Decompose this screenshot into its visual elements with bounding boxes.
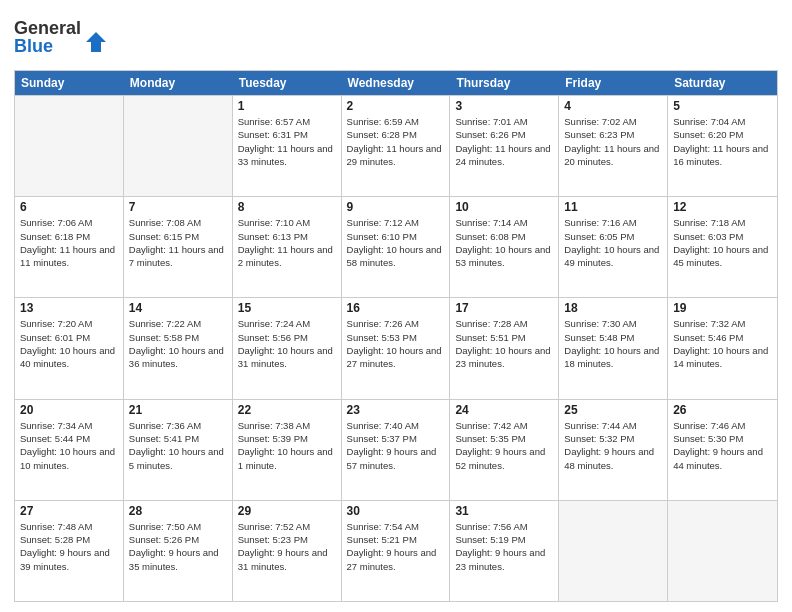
sunrise-text: Sunrise: 7:44 AM bbox=[564, 419, 662, 432]
day-number: 30 bbox=[347, 504, 445, 518]
cal-cell-3: 3Sunrise: 7:01 AMSunset: 6:26 PMDaylight… bbox=[450, 96, 559, 196]
day-number: 2 bbox=[347, 99, 445, 113]
daylight-text: Daylight: 10 hours and 58 minutes. bbox=[347, 243, 445, 270]
daylight-text: Daylight: 10 hours and 45 minutes. bbox=[673, 243, 772, 270]
day-number: 25 bbox=[564, 403, 662, 417]
cal-cell-30: 30Sunrise: 7:54 AMSunset: 5:21 PMDayligh… bbox=[342, 501, 451, 601]
sunset-text: Sunset: 5:51 PM bbox=[455, 331, 553, 344]
cal-cell-empty bbox=[124, 96, 233, 196]
sunset-text: Sunset: 5:41 PM bbox=[129, 432, 227, 445]
cal-cell-15: 15Sunrise: 7:24 AMSunset: 5:56 PMDayligh… bbox=[233, 298, 342, 398]
sunset-text: Sunset: 5:30 PM bbox=[673, 432, 772, 445]
cal-cell-29: 29Sunrise: 7:52 AMSunset: 5:23 PMDayligh… bbox=[233, 501, 342, 601]
cal-cell-22: 22Sunrise: 7:38 AMSunset: 5:39 PMDayligh… bbox=[233, 400, 342, 500]
day-number: 8 bbox=[238, 200, 336, 214]
cal-cell-9: 9Sunrise: 7:12 AMSunset: 6:10 PMDaylight… bbox=[342, 197, 451, 297]
daylight-text: Daylight: 10 hours and 5 minutes. bbox=[129, 445, 227, 472]
sunset-text: Sunset: 5:21 PM bbox=[347, 533, 445, 546]
day-number: 14 bbox=[129, 301, 227, 315]
day-number: 19 bbox=[673, 301, 772, 315]
cal-cell-21: 21Sunrise: 7:36 AMSunset: 5:41 PMDayligh… bbox=[124, 400, 233, 500]
week-row-4: 20Sunrise: 7:34 AMSunset: 5:44 PMDayligh… bbox=[15, 399, 777, 500]
daylight-text: Daylight: 11 hours and 7 minutes. bbox=[129, 243, 227, 270]
sunset-text: Sunset: 6:10 PM bbox=[347, 230, 445, 243]
daylight-text: Daylight: 11 hours and 20 minutes. bbox=[564, 142, 662, 169]
header-day-saturday: Saturday bbox=[668, 71, 777, 95]
daylight-text: Daylight: 10 hours and 10 minutes. bbox=[20, 445, 118, 472]
sunset-text: Sunset: 6:18 PM bbox=[20, 230, 118, 243]
daylight-text: Daylight: 9 hours and 57 minutes. bbox=[347, 445, 445, 472]
day-number: 23 bbox=[347, 403, 445, 417]
sunrise-text: Sunrise: 7:42 AM bbox=[455, 419, 553, 432]
cal-cell-20: 20Sunrise: 7:34 AMSunset: 5:44 PMDayligh… bbox=[15, 400, 124, 500]
sunset-text: Sunset: 5:58 PM bbox=[129, 331, 227, 344]
calendar-body: 1Sunrise: 6:57 AMSunset: 6:31 PMDaylight… bbox=[15, 95, 777, 601]
logo-text: General Blue bbox=[14, 14, 124, 62]
sunrise-text: Sunrise: 7:34 AM bbox=[20, 419, 118, 432]
cal-cell-26: 26Sunrise: 7:46 AMSunset: 5:30 PMDayligh… bbox=[668, 400, 777, 500]
sunrise-text: Sunrise: 7:56 AM bbox=[455, 520, 553, 533]
day-number: 11 bbox=[564, 200, 662, 214]
week-row-2: 6Sunrise: 7:06 AMSunset: 6:18 PMDaylight… bbox=[15, 196, 777, 297]
daylight-text: Daylight: 11 hours and 2 minutes. bbox=[238, 243, 336, 270]
sunset-text: Sunset: 6:01 PM bbox=[20, 331, 118, 344]
sunset-text: Sunset: 5:53 PM bbox=[347, 331, 445, 344]
daylight-text: Daylight: 10 hours and 23 minutes. bbox=[455, 344, 553, 371]
daylight-text: Daylight: 9 hours and 35 minutes. bbox=[129, 546, 227, 573]
sunrise-text: Sunrise: 7:24 AM bbox=[238, 317, 336, 330]
sunset-text: Sunset: 6:20 PM bbox=[673, 128, 772, 141]
cal-cell-19: 19Sunrise: 7:32 AMSunset: 5:46 PMDayligh… bbox=[668, 298, 777, 398]
header: General Blue bbox=[14, 10, 778, 62]
sunrise-text: Sunrise: 7:52 AM bbox=[238, 520, 336, 533]
sunset-text: Sunset: 5:23 PM bbox=[238, 533, 336, 546]
day-number: 4 bbox=[564, 99, 662, 113]
cal-cell-25: 25Sunrise: 7:44 AMSunset: 5:32 PMDayligh… bbox=[559, 400, 668, 500]
sunset-text: Sunset: 5:56 PM bbox=[238, 331, 336, 344]
cal-cell-17: 17Sunrise: 7:28 AMSunset: 5:51 PMDayligh… bbox=[450, 298, 559, 398]
cal-cell-empty bbox=[559, 501, 668, 601]
cal-cell-18: 18Sunrise: 7:30 AMSunset: 5:48 PMDayligh… bbox=[559, 298, 668, 398]
sunset-text: Sunset: 6:13 PM bbox=[238, 230, 336, 243]
cal-cell-28: 28Sunrise: 7:50 AMSunset: 5:26 PMDayligh… bbox=[124, 501, 233, 601]
cal-cell-23: 23Sunrise: 7:40 AMSunset: 5:37 PMDayligh… bbox=[342, 400, 451, 500]
day-number: 3 bbox=[455, 99, 553, 113]
sunset-text: Sunset: 5:46 PM bbox=[673, 331, 772, 344]
sunrise-text: Sunrise: 7:36 AM bbox=[129, 419, 227, 432]
sunrise-text: Sunrise: 7:26 AM bbox=[347, 317, 445, 330]
calendar-container: General Blue SundayMondayTuesdayWednesda… bbox=[0, 0, 792, 612]
day-number: 27 bbox=[20, 504, 118, 518]
daylight-text: Daylight: 10 hours and 1 minute. bbox=[238, 445, 336, 472]
sunrise-text: Sunrise: 6:57 AM bbox=[238, 115, 336, 128]
day-number: 12 bbox=[673, 200, 772, 214]
cal-cell-27: 27Sunrise: 7:48 AMSunset: 5:28 PMDayligh… bbox=[15, 501, 124, 601]
day-number: 21 bbox=[129, 403, 227, 417]
day-number: 16 bbox=[347, 301, 445, 315]
day-number: 29 bbox=[238, 504, 336, 518]
svg-text:General: General bbox=[14, 18, 81, 38]
sunrise-text: Sunrise: 7:06 AM bbox=[20, 216, 118, 229]
sunset-text: Sunset: 6:31 PM bbox=[238, 128, 336, 141]
sunset-text: Sunset: 5:35 PM bbox=[455, 432, 553, 445]
daylight-text: Daylight: 11 hours and 29 minutes. bbox=[347, 142, 445, 169]
cal-cell-10: 10Sunrise: 7:14 AMSunset: 6:08 PMDayligh… bbox=[450, 197, 559, 297]
cal-cell-6: 6Sunrise: 7:06 AMSunset: 6:18 PMDaylight… bbox=[15, 197, 124, 297]
header-day-tuesday: Tuesday bbox=[233, 71, 342, 95]
cal-cell-31: 31Sunrise: 7:56 AMSunset: 5:19 PMDayligh… bbox=[450, 501, 559, 601]
calendar: SundayMondayTuesdayWednesdayThursdayFrid… bbox=[14, 70, 778, 602]
sunset-text: Sunset: 6:15 PM bbox=[129, 230, 227, 243]
sunset-text: Sunset: 6:08 PM bbox=[455, 230, 553, 243]
sunrise-text: Sunrise: 7:14 AM bbox=[455, 216, 553, 229]
day-number: 7 bbox=[129, 200, 227, 214]
daylight-text: Daylight: 10 hours and 14 minutes. bbox=[673, 344, 772, 371]
cal-cell-4: 4Sunrise: 7:02 AMSunset: 6:23 PMDaylight… bbox=[559, 96, 668, 196]
daylight-text: Daylight: 9 hours and 27 minutes. bbox=[347, 546, 445, 573]
week-row-1: 1Sunrise: 6:57 AMSunset: 6:31 PMDaylight… bbox=[15, 95, 777, 196]
daylight-text: Daylight: 9 hours and 44 minutes. bbox=[673, 445, 772, 472]
sunset-text: Sunset: 6:26 PM bbox=[455, 128, 553, 141]
sunrise-text: Sunrise: 7:54 AM bbox=[347, 520, 445, 533]
day-number: 13 bbox=[20, 301, 118, 315]
day-number: 22 bbox=[238, 403, 336, 417]
daylight-text: Daylight: 9 hours and 23 minutes. bbox=[455, 546, 553, 573]
sunrise-text: Sunrise: 7:12 AM bbox=[347, 216, 445, 229]
day-number: 1 bbox=[238, 99, 336, 113]
